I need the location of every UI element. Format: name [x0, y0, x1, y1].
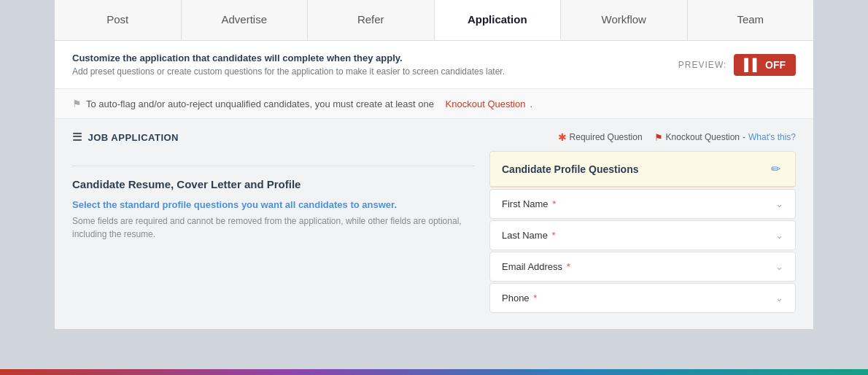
right-column: Candidate Profile Questions ✏ First Name… — [489, 151, 796, 314]
preview-section: PREVIEW: ▌▌ OFF — [678, 54, 796, 76]
tab-post[interactable]: Post — [55, 0, 182, 40]
header-text: Customize the application that candidate… — [72, 53, 505, 77]
tab-application[interactable]: Application — [435, 0, 562, 40]
required-dot-last-name: * — [549, 230, 556, 241]
chevron-down-email[interactable]: ⌄ — [775, 261, 783, 272]
field-row-last-name: Last Name * ⌄ — [489, 220, 796, 250]
two-col-layout: Candidate Resume, Cover Letter and Profi… — [72, 151, 796, 314]
flag-text: To auto-flag and/or auto-reject unqualif… — [86, 98, 434, 109]
profile-card-title: Candidate Profile Questions — [502, 163, 638, 175]
list-icon: ☰ — [72, 131, 82, 144]
job-app-title-text: JOB APPLICATION — [88, 132, 179, 143]
required-star-icon: ✱ — [558, 131, 567, 143]
field-row-first-name: First Name * ⌄ — [489, 189, 796, 219]
chevron-down-last-name[interactable]: ⌄ — [775, 230, 783, 241]
section-title: Candidate Resume, Cover Letter and Profi… — [72, 178, 475, 190]
knockout-link[interactable]: Knockout Question — [446, 98, 526, 109]
main-container: Post Advertise Refer Application Workflo… — [55, 0, 813, 329]
field-label-phone: Phone * — [502, 293, 537, 304]
field-label-last-name: Last Name * — [502, 230, 556, 241]
knockout-label: Knockout Question — [666, 132, 740, 142]
header-section: Customize the application that candidate… — [55, 41, 813, 89]
chevron-down-phone[interactable]: ⌄ — [775, 293, 783, 304]
legend-required: ✱ Required Question — [558, 131, 643, 143]
job-app-header: ☰ JOB APPLICATION ✱ Required Question ⚑ … — [72, 119, 796, 151]
header-main-text: Customize the application that candidate… — [72, 53, 505, 63]
tab-bar: Post Advertise Refer Application Workflo… — [55, 0, 813, 41]
toggle-icon: ▌▌ — [744, 58, 761, 71]
field-label-first-name: First Name * — [502, 198, 556, 209]
page-wrapper: Post Advertise Refer Application Workflo… — [0, 0, 868, 375]
knockout-flag-icon: ⚑ — [654, 132, 663, 143]
section-desc-bold: Select the standard profile questions yo… — [72, 199, 475, 210]
required-dot-email: * — [564, 261, 570, 272]
bottom-bar — [0, 369, 868, 375]
tab-advertise[interactable]: Advertise — [182, 0, 309, 40]
header-sub-text: Add preset questions or create custom qu… — [72, 66, 505, 77]
preview-toggle-button[interactable]: ▌▌ OFF — [734, 54, 796, 76]
profile-card-header: Candidate Profile Questions ✏ — [490, 152, 795, 187]
flag-icon: ⚑ — [72, 98, 82, 109]
legend: ✱ Required Question ⚑ Knockout Question … — [558, 131, 796, 143]
chevron-down-first-name[interactable]: ⌄ — [775, 198, 783, 209]
flag-notice: ⚑ To auto-flag and/or auto-reject unqual… — [55, 89, 813, 119]
flag-text-end: . — [530, 98, 532, 109]
content-area: ☰ JOB APPLICATION ✱ Required Question ⚑ … — [55, 119, 813, 329]
divider — [72, 166, 475, 166]
field-row-phone: Phone * ⌄ — [489, 283, 796, 313]
whats-this-link[interactable]: What's this? — [748, 132, 796, 142]
preview-label: PREVIEW: — [678, 60, 726, 70]
toggle-label: OFF — [765, 59, 786, 71]
profile-card: Candidate Profile Questions ✏ — [489, 151, 796, 188]
left-column: Candidate Resume, Cover Letter and Profi… — [72, 151, 475, 314]
job-app-title: ☰ JOB APPLICATION — [72, 131, 179, 144]
required-dot-phone: * — [531, 293, 538, 304]
legend-dash: - — [743, 132, 745, 142]
tab-team[interactable]: Team — [688, 0, 814, 40]
legend-knockout: ⚑ Knockout Question - What's this? — [654, 132, 796, 143]
section-desc: Some fields are required and cannot be r… — [72, 214, 475, 241]
edit-profile-questions-button[interactable]: ✏ — [768, 162, 783, 176]
tab-workflow[interactable]: Workflow — [561, 0, 688, 40]
tab-refer[interactable]: Refer — [308, 0, 435, 40]
required-label: Required Question — [570, 132, 643, 142]
field-label-email: Email Address * — [502, 261, 570, 272]
field-row-email: Email Address * ⌄ — [489, 252, 796, 282]
required-dot-first-name: * — [550, 198, 557, 209]
